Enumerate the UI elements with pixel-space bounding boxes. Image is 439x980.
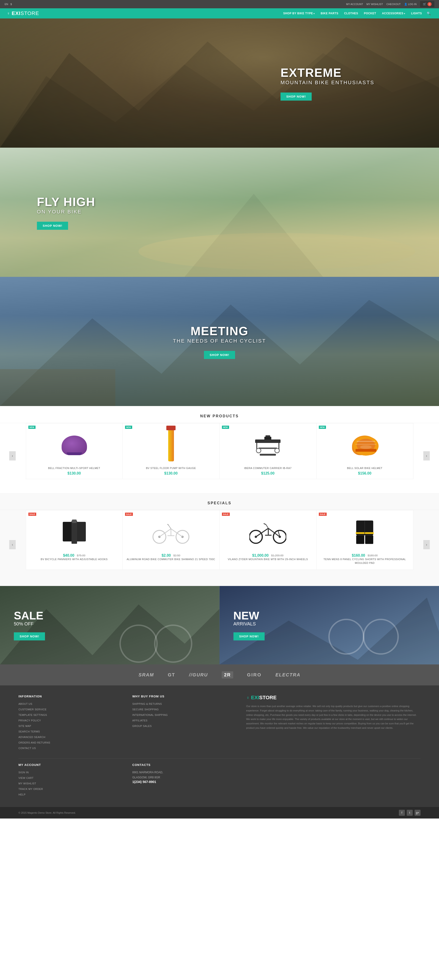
hero-shop-btn-1[interactable]: SHOP NOW! [280,92,312,100]
hero-shop-btn-3[interactable]: SHOP NOW! [204,351,235,359]
brand-guru[interactable]: //GURU [189,672,208,678]
footer-link-customer-service[interactable]: CUSTOMER SERVICE [19,708,46,711]
wishlist-link[interactable]: MY WISHLIST [367,3,383,6]
brand-giro[interactable]: GIRO [247,672,262,678]
promo-sale-btn[interactable]: SHOP NOW! [14,632,45,640]
main-nav: SHOP BY BIKE TYPE BIKE PARTS CLOTHES POC… [281,10,432,17]
nav-accessories[interactable]: ACCESSORIES [380,10,408,16]
nav-bike-parts[interactable]: BIKE PARTS [318,10,341,16]
top-bar-left: EN $ [5,3,12,6]
footer-grid-top: INFORMATION ABOUT US CUSTOMER SERVICE TE… [19,695,420,751]
new-products-title: NEW PRODUCTS [0,406,439,423]
new-products-prev[interactable]: ‹ [9,451,16,460]
cart-button[interactable]: 🛒 0 [420,1,434,7]
product-badge-2: NEW [125,426,132,429]
special-badge-1: SALE [29,512,36,516]
product-img-2[interactable] [126,427,216,464]
special-img-1[interactable] [30,514,119,550]
footer-link-orders[interactable]: ORDERS AND RETURNS [19,741,50,744]
nav-shop-by-bike[interactable]: SHOP BY BIKE TYPE [281,10,317,16]
footer-bottom: © 2015 Magento Demo Store. All Rights Re… [0,807,439,819]
svg-rect-19 [355,449,376,452]
footer-link-sitemap[interactable]: SITE MAP [19,725,31,727]
product-img-3[interactable] [223,427,313,464]
nav-lights[interactable]: LIGHTS [409,10,424,16]
product-name-2: BV STEEL FLOOR PUMP WITH GAUGE [126,466,216,470]
svg-point-13 [256,448,261,453]
special-card-2: SALE $2.00 $2.50 ALUMI [123,510,220,570]
footer-link-advanced-search[interactable]: ADVANCED SEARCH [19,736,45,738]
footer-link-group[interactable]: GROUP SALES [132,725,152,727]
product-img-4[interactable] [320,427,410,464]
footer-link-affiliates[interactable]: AFFILIATES [132,719,148,722]
footer-link-privacy[interactable]: PRIVACY POLICY [19,719,41,722]
brand-sram[interactable]: SRAM [138,672,154,678]
svg-line-45 [266,525,268,528]
brand-electra[interactable]: Electra [275,672,301,678]
special-price-1: $40.00 [63,554,74,558]
svg-rect-10 [256,442,257,449]
login-link[interactable]: 👤 LOG IN [404,3,417,6]
special-name-2: ALUMINUM ROAD BIKE COMMUTER BIKE SHIMANO… [126,558,216,561]
promo-sale-content: SALE 50% OFF SHOP NOW! [0,601,59,650]
footer-link-viewcart[interactable]: VIEW CART [19,776,33,779]
hero-title-3: MEETING [173,324,266,338]
promo-sale-sub: 50% OFF [14,621,45,627]
footer-link-signin[interactable]: SIGN IN [19,771,29,774]
site-logo[interactable]: ♀ EXISTORE [7,10,39,16]
footer-link-shipping[interactable]: SHIPPING & RETURNS [132,702,162,705]
svg-point-14 [275,448,279,453]
special-img-3[interactable] [223,514,313,550]
footer-info-title: INFORMATION [19,695,123,698]
hero-subtitle-1: MOUNTAIN BIKE ENTHUSIASTS [280,80,374,86]
special-img-4[interactable] [320,514,410,550]
hero-subtitle-2: ON YOUR BIKE [37,209,95,215]
footer-link-template[interactable]: TEMPLATE SETTINGS [19,714,47,716]
footer-link-secure[interactable]: SECURE SHOPPING [132,708,159,711]
footer-logo: ♀ EXISTORE [246,695,420,701]
new-products-next[interactable]: › [423,451,430,460]
footer-contacts-title: CONTACTS [132,763,237,767]
product-card-3: NEW IBERA COMMUTER CARRIER IB-RA7 [220,423,317,479]
nav-pocket[interactable]: POCKET [362,10,379,16]
footer-link-search[interactable]: SEARCH TERMS [19,730,40,733]
promo-new-btn[interactable]: SHOP NOW! [234,632,265,640]
brand-2r[interactable]: 2R [222,671,233,678]
nav-clothes[interactable]: CLOTHES [342,10,361,16]
helmet-orange-img [352,436,377,455]
footer-link-about[interactable]: ABOUT US [19,702,32,705]
social-twitter[interactable]: t [407,810,413,816]
svg-rect-8 [0,369,115,406]
product-name-3: IBERA COMMUTER CARRIER IB-RA7 [223,466,313,470]
specials-prev[interactable]: ‹ [9,540,16,549]
product-price-2: $130.00 [126,471,216,476]
search-icon[interactable]: 🔍 [425,10,432,17]
footer-link-track[interactable]: TRACK MY ORDER [19,788,43,791]
product-price-4: $156.00 [320,471,410,476]
specials-next[interactable]: › [423,540,430,549]
carrier-rack-img [253,435,283,456]
footer-link-mywishlist[interactable]: MY WISHLIST [19,782,36,785]
footer-link-contact[interactable]: CONTACT US [19,747,36,749]
footer-link-international[interactable]: INTERNATIONAL SHIPPING [132,714,168,716]
product-badge-3: NEW [222,426,229,429]
footer-phone: 1(234) 567-8901 [132,780,237,784]
hero-banner-2: FLY HIGH ON YOUR BIKE SHOP NOW! [0,148,439,277]
language-selector[interactable]: EN [5,3,8,6]
social-facebook[interactable]: f [399,810,405,816]
my-account-link[interactable]: MY ACCOUNT [346,3,363,6]
product-img-1[interactable] [30,427,119,464]
promo-sale-banner: SALE 50% OFF SHOP NOW! [0,586,220,664]
currency-selector[interactable]: $ [10,3,12,6]
new-products-section: NEW PRODUCTS ‹ NEW BELL FRACTION MULTI-S… [0,406,439,493]
social-googleplus[interactable]: g+ [415,810,420,816]
mtb-svg [250,520,286,545]
checkout-link[interactable]: CHECKOUT [387,3,401,6]
brand-gt[interactable]: GT [168,672,175,678]
hero-shop-btn-2[interactable]: SHOP NOW! [37,222,68,230]
special-price-old-1: $75.00 [77,554,85,557]
svg-rect-50 [365,535,373,544]
product-card-4: NEW BELL SOLAR BIKE HELMET $156.00 [317,423,414,479]
special-img-2[interactable] [126,514,216,550]
footer-link-help[interactable]: HELP [19,793,25,796]
